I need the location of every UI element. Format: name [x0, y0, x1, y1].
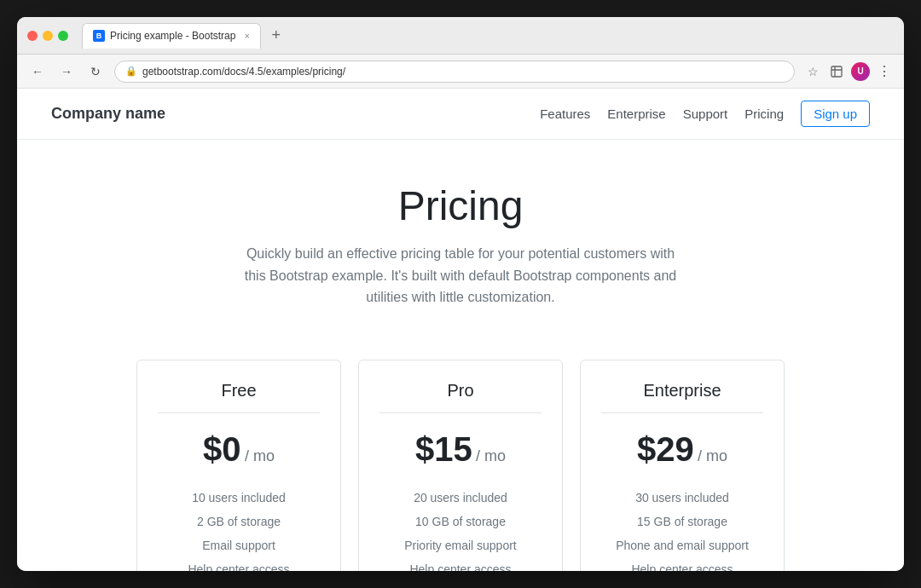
maximize-button[interactable] — [58, 31, 68, 41]
title-bar: B Pricing example - Bootstrap × + — [17, 17, 904, 55]
url-bar[interactable]: 🔒 getbootstrap.com/docs/4.5/examples/pri… — [114, 61, 795, 83]
new-tab-button[interactable]: + — [266, 26, 287, 46]
plan-name-free: Free — [158, 381, 320, 413]
feature-enterprise-0: 30 users included — [601, 486, 763, 510]
feature-pro-3: Help center access — [379, 557, 542, 571]
price-amount-pro: $15 — [415, 430, 472, 468]
hero-section: Pricing Quickly build an effective prici… — [17, 140, 904, 334]
feature-enterprise-1: 15 GB of storage — [601, 510, 763, 533]
price-amount-free: $0 — [203, 430, 241, 468]
extension-icon[interactable] — [827, 62, 846, 81]
feature-pro-0: 20 users included — [379, 486, 542, 510]
menu-icon[interactable]: ⋮ — [875, 62, 894, 81]
price-enterprise: $29 / mo — [601, 430, 763, 469]
tab-favicon: B — [93, 30, 105, 42]
feature-enterprise-2: Phone and email support — [601, 533, 763, 557]
feature-free-1: 2 GB of storage — [158, 510, 320, 533]
price-amount-enterprise: $29 — [637, 430, 694, 468]
address-bar: ← → ↻ 🔒 getbootstrap.com/docs/4.5/exampl… — [17, 55, 904, 89]
feature-pro-2: Priority email support — [379, 533, 542, 557]
nav-link-enterprise[interactable]: Enterprise — [607, 107, 665, 121]
feature-free-0: 10 users included — [158, 486, 320, 510]
refresh-button[interactable]: ↻ — [85, 61, 106, 82]
url-text: getbootstrap.com/docs/4.5/examples/prici… — [142, 66, 345, 78]
tab-close-icon[interactable]: × — [244, 31, 249, 41]
nav-item-features[interactable]: Features — [540, 107, 590, 122]
price-unit-free: / mo — [245, 447, 275, 464]
feature-enterprise-3: Help center access — [601, 557, 763, 571]
site-navbar: Company name Features Enterprise Support… — [17, 89, 904, 140]
features-enterprise: 30 users included 15 GB of storage Phone… — [601, 486, 763, 571]
price-pro: $15 / mo — [379, 430, 542, 469]
features-free: 10 users included 2 GB of storage Email … — [158, 486, 320, 571]
close-button[interactable] — [27, 31, 38, 41]
navbar-brand: Company name — [51, 105, 165, 123]
feature-free-3: Help center access — [158, 557, 320, 571]
pricing-card-free: Free $0 / mo 10 users included 2 GB of s… — [136, 360, 341, 571]
back-button[interactable]: ← — [27, 61, 48, 82]
hero-title: Pricing — [34, 182, 887, 229]
nav-item-enterprise[interactable]: Enterprise — [607, 107, 665, 122]
plan-name-pro: Pro — [379, 381, 542, 413]
plan-name-enterprise: Enterprise — [601, 381, 763, 413]
nav-item-pricing[interactable]: Pricing — [744, 107, 784, 122]
pricing-card-pro: Pro $15 / mo 20 users included 10 GB of … — [358, 360, 563, 571]
star-icon[interactable]: ☆ — [803, 62, 822, 81]
nav-item-support[interactable]: Support — [683, 107, 728, 122]
tab-title: Pricing example - Bootstrap — [110, 30, 235, 42]
browser-window: B Pricing example - Bootstrap × + ← → ↻ … — [17, 17, 904, 571]
traffic-lights — [27, 31, 68, 41]
price-unit-enterprise: / mo — [698, 447, 727, 464]
pricing-card-enterprise: Enterprise $29 / mo 30 users included 15… — [580, 360, 785, 571]
page-content: Company name Features Enterprise Support… — [17, 89, 904, 571]
address-icons: ☆ U ⋮ — [803, 62, 894, 81]
nav-link-support[interactable]: Support — [683, 107, 728, 121]
features-pro: 20 users included 10 GB of storage Prior… — [379, 486, 542, 571]
navbar-nav: Features Enterprise Support Pricing Sign… — [540, 101, 870, 127]
signup-button[interactable]: Sign up — [801, 101, 870, 127]
forward-button[interactable]: → — [56, 61, 77, 82]
feature-pro-1: 10 GB of storage — [379, 510, 542, 533]
lock-icon: 🔒 — [125, 66, 137, 77]
nav-link-pricing[interactable]: Pricing — [744, 107, 784, 121]
browser-tab[interactable]: B Pricing example - Bootstrap × — [82, 23, 261, 49]
feature-free-2: Email support — [158, 533, 320, 557]
pricing-cards: Free $0 / mo 10 users included 2 GB of s… — [17, 334, 904, 571]
profile-avatar[interactable]: U — [851, 62, 870, 81]
minimize-button[interactable] — [43, 31, 53, 41]
hero-subtitle: Quickly build an effective pricing table… — [239, 243, 682, 308]
nav-link-features[interactable]: Features — [540, 107, 590, 121]
price-free: $0 / mo — [158, 430, 320, 469]
nav-item-signup[interactable]: Sign up — [801, 101, 870, 127]
tab-area: B Pricing example - Bootstrap × + — [82, 23, 894, 49]
price-unit-pro: / mo — [476, 447, 506, 464]
